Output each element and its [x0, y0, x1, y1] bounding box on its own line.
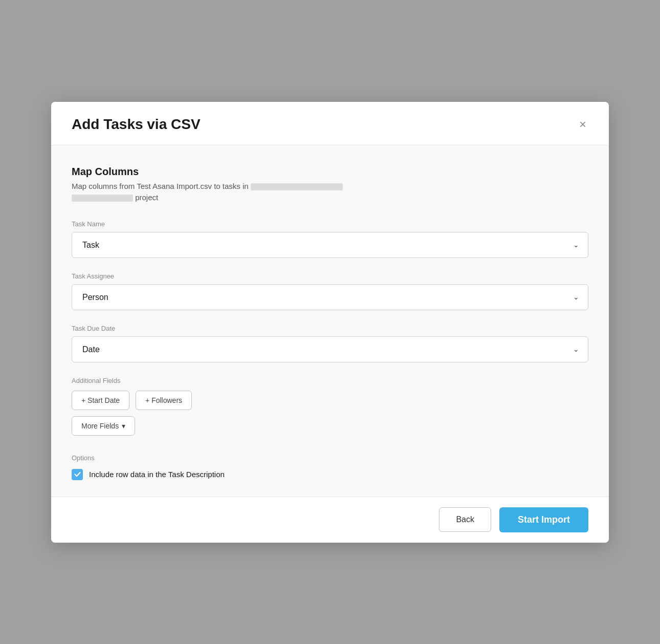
- more-fields-button[interactable]: More Fields ▾: [72, 416, 135, 436]
- additional-fields-label: Additional Fields: [72, 377, 588, 384]
- task-name-select[interactable]: Task: [72, 232, 588, 258]
- modal: Add Tasks via CSV × Map Columns Map colu…: [51, 102, 609, 543]
- task-due-date-select[interactable]: Date: [72, 336, 588, 362]
- start-date-chip[interactable]: + Start Date: [72, 391, 129, 410]
- modal-header: Add Tasks via CSV ×: [51, 102, 609, 145]
- task-name-field-group: Task Name Task ⌄: [72, 220, 588, 258]
- modal-footer: Back Start Import: [51, 497, 609, 543]
- task-name-select-wrapper: Task ⌄: [72, 232, 588, 258]
- map-columns-subtitle: Map columns from Test Asana Import.csv t…: [72, 181, 588, 204]
- task-due-date-field-group: Task Due Date Date ⌄: [72, 325, 588, 362]
- task-assignee-label: Task Assignee: [72, 272, 588, 280]
- additional-fields-group: Additional Fields + Start Date + Followe…: [72, 377, 588, 436]
- task-due-date-label: Task Due Date: [72, 325, 588, 332]
- task-assignee-select[interactable]: Person: [72, 284, 588, 310]
- start-import-button[interactable]: Start Import: [499, 507, 588, 532]
- more-fields-row: More Fields ▾: [72, 416, 588, 436]
- back-button[interactable]: Back: [439, 507, 491, 532]
- checkmark-icon: [74, 471, 81, 478]
- options-section: Options Include row data in the Task Des…: [72, 454, 588, 480]
- redacted-project-name-2: [72, 195, 133, 202]
- options-label: Options: [72, 454, 588, 462]
- task-assignee-field-group: Task Assignee Person ⌄: [72, 272, 588, 310]
- checkbox-row: Include row data in the Task Description: [72, 469, 588, 480]
- task-due-date-select-wrapper: Date ⌄: [72, 336, 588, 362]
- include-row-data-label: Include row data in the Task Description: [89, 470, 225, 479]
- additional-fields-row: + Start Date + Followers: [72, 391, 588, 410]
- close-button[interactable]: ×: [577, 116, 588, 133]
- task-assignee-select-wrapper: Person ⌄: [72, 284, 588, 310]
- redacted-project-name-1: [251, 183, 343, 190]
- modal-title: Add Tasks via CSV: [72, 116, 201, 133]
- include-row-data-checkbox[interactable]: [72, 469, 83, 480]
- modal-body: Map Columns Map columns from Test Asana …: [51, 145, 609, 497]
- task-name-label: Task Name: [72, 220, 588, 228]
- map-columns-heading: Map Columns: [72, 166, 588, 178]
- modal-overlay: Add Tasks via CSV × Map Columns Map colu…: [0, 0, 660, 644]
- followers-chip[interactable]: + Followers: [136, 391, 192, 410]
